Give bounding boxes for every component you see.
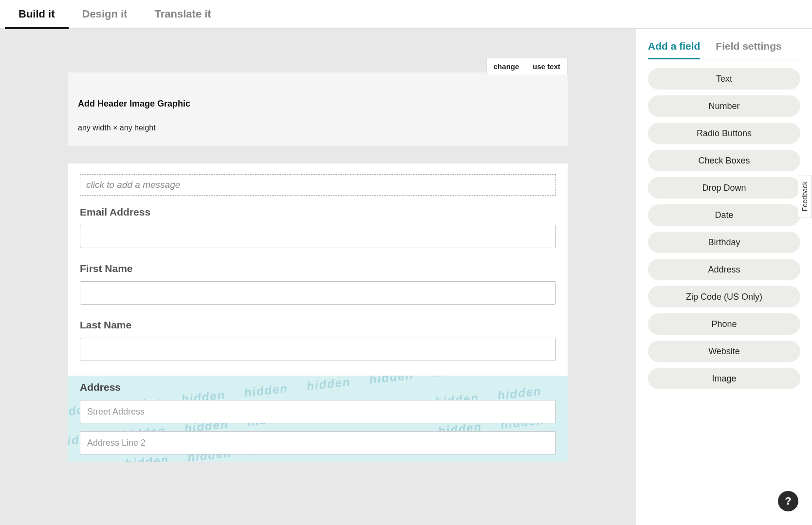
question-mark-icon: ? — [785, 495, 791, 507]
first-name-input[interactable] — [80, 281, 556, 305]
field-label: Email Address — [80, 206, 556, 218]
header-image-title: Add Header Image Graphic — [78, 99, 558, 109]
tab-translate-it[interactable]: Translate it — [141, 0, 224, 29]
add-field-number[interactable]: Number — [648, 95, 800, 117]
address-line2-input[interactable] — [80, 431, 556, 454]
change-button[interactable]: change — [487, 58, 526, 74]
help-button[interactable]: ? — [778, 491, 798, 511]
main-layout: change use text Add Header Image Graphic… — [0, 29, 812, 525]
field-label: Address — [80, 381, 556, 393]
add-field-drop-down[interactable]: Drop Down — [648, 177, 800, 199]
add-field-address[interactable]: Address — [648, 259, 800, 280]
field-first-name[interactable]: First Name — [80, 263, 556, 305]
use-text-button[interactable]: use text — [526, 58, 567, 74]
street-address-input[interactable] — [80, 400, 556, 423]
add-field-radio-buttons[interactable]: Radio Buttons — [648, 123, 800, 144]
sidebar-tabs: Add a field Field settings — [648, 40, 800, 59]
sidebar-tab-add-field[interactable]: Add a field — [648, 40, 700, 59]
canvas-area: change use text Add Header Image Graphic… — [0, 29, 636, 525]
last-name-input[interactable] — [80, 338, 556, 361]
tab-build-it[interactable]: Build it — [5, 0, 69, 29]
add-field-zip-code[interactable]: Zip Code (US Only) — [648, 286, 800, 308]
add-field-birthday[interactable]: Birthday — [648, 232, 800, 253]
sidebar: Add a field Field settings Text Number R… — [636, 29, 812, 525]
form-message-placeholder[interactable]: click to add a message — [80, 174, 556, 196]
email-input[interactable] — [80, 225, 556, 248]
add-field-image[interactable]: Image — [648, 368, 800, 389]
add-field-text[interactable]: Text — [648, 68, 800, 90]
header-image-dims: any width × any height — [78, 124, 558, 132]
feedback-tab[interactable]: Feedback — [798, 175, 812, 217]
add-field-date[interactable]: Date — [648, 204, 800, 226]
add-field-phone[interactable]: Phone — [648, 313, 800, 335]
field-label: First Name — [80, 263, 556, 274]
header-image-block[interactable]: change use text Add Header Image Graphic… — [68, 72, 568, 146]
field-label: Last Name — [80, 319, 556, 331]
header-image-actions: change use text — [486, 58, 568, 74]
field-last-name[interactable]: Last Name — [80, 319, 556, 361]
form-card: click to add a message Email Address Fir… — [68, 163, 568, 462]
field-address-hidden[interactable]: Address — [68, 376, 568, 462]
sidebar-tab-field-settings[interactable]: Field settings — [716, 40, 781, 59]
top-tabs: Build it Design it Translate it — [0, 0, 812, 29]
add-field-website[interactable]: Website — [648, 341, 800, 362]
add-field-check-boxes[interactable]: Check Boxes — [648, 150, 800, 171]
field-email[interactable]: Email Address — [80, 206, 556, 248]
tab-design-it[interactable]: Design it — [69, 0, 141, 29]
